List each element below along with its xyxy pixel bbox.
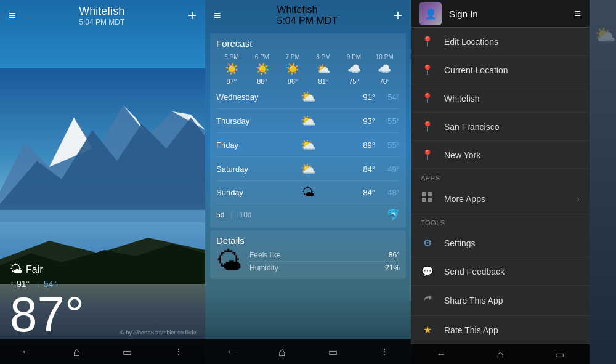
forecast-header-center: Whitefish 5:04 PM MDT (277, 4, 338, 26)
details-value-1: 21% (385, 264, 400, 272)
menu-close-icon[interactable]: ≡ (574, 7, 581, 20)
hourly-time-0: 5 PM (216, 54, 247, 60)
forecast-add-icon[interactable]: + (394, 7, 402, 24)
whitefish-label: Whitefish (444, 94, 580, 103)
daily-high-2: 89° (351, 140, 375, 150)
edit-locations-label: Edit Locations (444, 37, 580, 47)
sign-in-label[interactable]: Sign In (449, 9, 478, 19)
back-button[interactable]: ← (21, 346, 31, 357)
peeking-weather-icon: ⛅ (594, 25, 616, 45)
more-apps-icon (421, 192, 434, 206)
feedback-icon: 💬 (421, 265, 434, 277)
svg-rect-12 (428, 198, 432, 202)
daily-row-1[interactable]: Thursday ⛅ 93° 55° (216, 109, 400, 133)
forecast-tabs: 5d | 10d 🐬 (216, 204, 400, 223)
condition-text: Fair (26, 264, 43, 275)
daily-high-3: 84° (351, 164, 375, 174)
options-button[interactable]: ⋮ (174, 347, 184, 357)
forecast-options-button[interactable]: ⋮ (380, 347, 390, 357)
panel-main-weather: ≡ Whitefish 5:04 PM MDT + 🌤 Fair ↑ 91° ↓… (0, 0, 205, 364)
menu-overlay: 👤 Sign In ≡ 📍 Edit Locations 📍 Current L… (411, 0, 590, 364)
daily-high-4: 84° (351, 188, 375, 197)
daily-row-4[interactable]: Sunday 🌤 84° 48° (216, 181, 400, 204)
daily-high-0: 91° (351, 92, 375, 102)
hourly-temp-5: 70° (369, 78, 400, 85)
daily-row-2[interactable]: Friday ⛅ 89° 55° (216, 133, 400, 157)
hourly-item-5: 10 PM ☁️ 70° (369, 54, 400, 85)
menu-item-settings[interactable]: ⚙ Settings (411, 229, 590, 257)
tab-divider: | (230, 209, 233, 220)
more-apps-arrow-icon: › (577, 194, 580, 204)
menu-header: 👤 Sign In ≡ (411, 0, 590, 28)
hamburger-icon[interactable]: ≡ (9, 9, 16, 23)
rate-this-app-label: Rate This App (444, 325, 580, 335)
tools-section-label: Tools (411, 214, 590, 229)
forecast-hamburger-icon[interactable]: ≡ (214, 9, 221, 23)
tab-5d[interactable]: 5d (216, 211, 224, 219)
menu-recents-button[interactable]: ▭ (555, 349, 564, 360)
daily-icon-1: ⛅ (265, 113, 351, 128)
details-row-1: Humidity 21% (249, 262, 400, 274)
hourly-temp-4: 75° (339, 78, 370, 85)
hourly-temp-1: 88° (247, 78, 278, 85)
forecast-section: Forecast 5 PM ☀️ 87° 6 PM ☀️ 88° 7 PM ☀️… (210, 33, 406, 228)
forecast-recents-button[interactable]: ▭ (328, 346, 338, 358)
daily-day-1: Thursday (216, 116, 265, 126)
more-apps-label: More Apps (444, 194, 567, 204)
photo-credit: © by AlbertaScrambler on flickr (120, 330, 197, 336)
menu-item-current-location[interactable]: 📍 Current Location (411, 56, 590, 84)
hourly-icon-5: ☁️ (369, 62, 400, 76)
main-city-name: Whitefish (16, 5, 188, 18)
menu-home-button[interactable]: ⌂ (496, 347, 504, 362)
menu-item-whitefish[interactable]: 📍 Whitefish (411, 84, 590, 113)
forecast-city-time: 5:04 PM MDT (277, 15, 338, 26)
whitefish-location-icon: 📍 (421, 92, 434, 104)
menu-item-new-york[interactable]: 📍 New York (411, 141, 590, 169)
recents-button[interactable]: ▭ (123, 346, 132, 358)
details-value-0: 86° (389, 251, 400, 259)
sun-cloud-icon: 🌤 (216, 248, 242, 274)
hourly-time-2: 7 PM (277, 54, 308, 60)
daily-row-3[interactable]: Saturday ⛅ 84° 49° (216, 157, 400, 181)
daily-day-0: Wednesday (216, 92, 265, 102)
tab-10d[interactable]: 10d (240, 211, 252, 219)
daily-icon-3: ⛅ (265, 161, 351, 176)
hourly-time-1: 6 PM (247, 54, 278, 60)
panel-menu: 👤 Sign In ≡ 📍 Edit Locations 📍 Current L… (411, 0, 616, 364)
forecast-home-button[interactable]: ⌂ (278, 345, 286, 359)
details-row-0: Feels like 86° (249, 249, 400, 262)
menu-item-rate-this-app[interactable]: ★ Rate This App (411, 316, 590, 344)
menu-item-more-apps[interactable]: More Apps › (411, 184, 590, 214)
hourly-time-3: 8 PM (308, 54, 339, 60)
nav-bar: ← ⌂ ▭ ⋮ (0, 339, 205, 364)
add-location-icon[interactable]: + (188, 7, 197, 24)
hourly-icon-4: ☁️ (339, 62, 370, 76)
hourly-item-3: 8 PM ⛅ 81° (308, 54, 339, 85)
menu-back-button[interactable]: ← (436, 349, 446, 360)
send-feedback-label: Send Feedback (444, 267, 580, 277)
menu-item-share-this-app[interactable]: Share This App (411, 286, 590, 316)
hourly-icon-0: ☀️ (216, 62, 247, 76)
menu-item-edit-locations[interactable]: 📍 Edit Locations (411, 28, 590, 56)
user-avatar[interactable]: 👤 (419, 2, 442, 25)
hourly-temp-2: 86° (277, 78, 308, 85)
daily-icon-0: ⛅ (265, 89, 351, 104)
menu-item-send-feedback[interactable]: 💬 Send Feedback (411, 257, 590, 286)
weather-condition: 🌤 Fair (10, 262, 195, 277)
daily-low-1: 55° (375, 116, 400, 126)
settings-label: Settings (444, 238, 580, 248)
details-section: Details 🌤 Feels like 86° Humidity 21% (210, 230, 406, 279)
rate-icon: ★ (421, 324, 434, 336)
menu-item-san-francisco[interactable]: 📍 San Francisco (411, 113, 590, 141)
hourly-temp-3: 81° (308, 78, 339, 85)
svg-rect-9 (422, 192, 426, 196)
menu-nav-bar: ← ⌂ ▭ (411, 344, 590, 364)
forecast-back-button[interactable]: ← (226, 346, 236, 357)
header-center: Whitefish 5:04 PM MDT (16, 5, 188, 26)
home-button[interactable]: ⌂ (73, 345, 81, 359)
hourly-temp-0: 87° (216, 78, 247, 85)
details-content: 🌤 Feels like 86° Humidity 21% (216, 248, 400, 274)
daily-row-0[interactable]: Wednesday ⛅ 91° 54° (216, 85, 400, 109)
forecast-title: Forecast (216, 38, 400, 49)
daily-icon-2: ⛅ (265, 137, 351, 152)
